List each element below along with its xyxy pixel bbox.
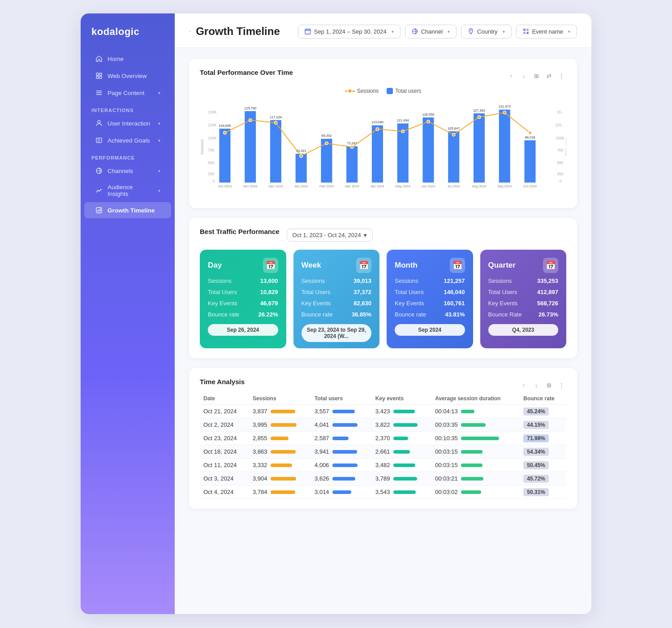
sort-up-icon[interactable]: ↑ xyxy=(506,71,516,81)
week-events: Key Events 82,630 xyxy=(302,300,372,307)
sessions-dot xyxy=(427,120,430,123)
users-legend: Total users xyxy=(387,88,421,94)
sort-up-icon[interactable]: ↑ xyxy=(519,381,529,390)
channel-icon xyxy=(412,28,418,35)
bar-oct23 xyxy=(219,129,230,182)
traffic-card-day: Day 📅 Sessions 13,600 Total Users 10,829 xyxy=(200,250,286,348)
svg-text:Jun 2024: Jun 2024 xyxy=(422,184,435,188)
week-bounce: Bounce rate 36.85% xyxy=(302,311,372,318)
performance-chart: 150K 125K 100K 75K 50K 25K 0 15... 125..… xyxy=(200,98,566,196)
bounce-badge: 54.34% xyxy=(523,448,549,456)
svg-rect-20 xyxy=(305,29,310,34)
traffic-card-week-header: Week 📅 xyxy=(302,258,372,273)
svg-rect-0 xyxy=(96,73,99,75)
sessions-bar xyxy=(271,490,295,494)
col-bounce: Bounce rate xyxy=(520,393,566,405)
quarter-bounce: Bounce Rate 26.73% xyxy=(488,311,559,318)
duration-bar xyxy=(461,477,483,481)
day-users: Total Users 10,829 xyxy=(208,289,278,295)
event-filter-label: Event name xyxy=(532,28,563,35)
svg-text:Sep 2024: Sep 2024 xyxy=(497,184,512,188)
bar-dec23 xyxy=(270,120,281,182)
day-events: Key Events 46,679 xyxy=(208,300,278,307)
chevron-down-icon: ▾ xyxy=(392,29,394,34)
duration-bar xyxy=(461,450,482,454)
date-filter-label: Sep 1, 2024 – Sep 30, 2024 xyxy=(314,28,387,35)
day-sessions-label: Sessions xyxy=(208,277,232,284)
cell-bounce: 44.15% xyxy=(520,418,566,432)
sort-down-icon[interactable]: ↓ xyxy=(519,71,529,81)
cell-bounce: 50.45% xyxy=(520,459,566,472)
svg-text:Jan 2024: Jan 2024 xyxy=(294,184,308,188)
compare-icon[interactable]: ⇄ xyxy=(544,71,554,81)
svg-text:125...: 125... xyxy=(555,123,564,127)
export-icon[interactable]: ⊞ xyxy=(544,381,554,390)
country-filter[interactable]: Country ▾ xyxy=(461,25,512,39)
bar-mar24 xyxy=(346,146,358,182)
sessions-bar xyxy=(271,423,297,427)
channel-filter[interactable]: Channel ▾ xyxy=(405,25,457,39)
cell-users: 3,626 xyxy=(311,472,372,485)
table-row: Oct 18, 2024 3,863 3,941 2,661 00:03:15 … xyxy=(200,445,566,459)
sidebar-item-label: User Interaction xyxy=(108,120,150,127)
cell-events: 3,423 xyxy=(372,405,431,418)
cell-duration: 00:10:35 xyxy=(431,432,520,445)
month-sessions: Sessions 121,257 xyxy=(395,277,465,284)
sort-down-icon[interactable]: ↓ xyxy=(531,381,541,390)
chevron-down-icon: ▾ xyxy=(503,29,505,34)
sessions-dot xyxy=(401,130,405,133)
sessions-dot xyxy=(300,155,303,158)
cell-sessions: 3,995 xyxy=(249,418,311,432)
event-icon xyxy=(523,28,529,35)
users-bar xyxy=(332,477,355,481)
svg-text:50K: 50K xyxy=(208,160,215,165)
traffic-card-month-title: Month xyxy=(395,261,418,270)
section-label-interactions: Interactions xyxy=(81,101,175,115)
traffic-date-range[interactable]: Oct 1, 2023 - Oct 24, 2024 ▾ xyxy=(287,229,373,242)
header-logo-icon xyxy=(189,23,190,39)
month-users: Total Users 146,040 xyxy=(395,289,465,295)
traffic-cards-grid: Day 📅 Sessions 13,600 Total Users 10,829 xyxy=(200,250,566,348)
sidebar-item-label: Audience Insights xyxy=(108,184,154,197)
table-toolbar: ↑ ↓ ⊞ ⋮ xyxy=(519,381,566,390)
day-events-label: Key Events xyxy=(208,300,237,307)
more-icon[interactable]: ⋮ xyxy=(556,71,566,81)
more-icon[interactable]: ⋮ xyxy=(556,381,566,390)
svg-rect-18 xyxy=(190,31,190,32)
cell-events: 2,661 xyxy=(372,445,431,459)
cell-users: 3,014 xyxy=(311,485,372,499)
sidebar-item-achieved-goals[interactable]: Achieved Goals ▾ xyxy=(84,132,171,148)
user-interaction-icon xyxy=(95,119,103,127)
cell-date: Oct 2, 2024 xyxy=(200,418,249,432)
traffic-card-week-title: Week xyxy=(302,261,321,270)
svg-text:Oct 2024: Oct 2024 xyxy=(523,184,537,188)
sessions-bar xyxy=(271,477,296,481)
date-filter[interactable]: Sep 1, 2024 – Sep 30, 2024 ▾ xyxy=(298,25,401,39)
expand-icon[interactable]: ⊞ xyxy=(531,71,541,81)
svg-text:Jul 2024: Jul 2024 xyxy=(448,184,460,188)
svg-text:Aug 2024: Aug 2024 xyxy=(472,184,486,188)
sidebar-item-home[interactable]: Home xyxy=(84,51,171,67)
sidebar-item-web-overview[interactable]: Web Overview xyxy=(84,68,171,84)
svg-text:100K: 100K xyxy=(208,136,217,140)
traffic-card-quarter: Quarter 📅 Sessions 335,253 Total Users 4… xyxy=(480,250,567,348)
sidebar-item-audience-insights[interactable]: Audience Insights ▾ xyxy=(84,180,171,201)
traffic-title: Best Traffic Performance xyxy=(200,228,280,235)
col-sessions: Sessions xyxy=(249,393,311,405)
sessions-dot xyxy=(503,111,506,114)
calendar-icon: 📅 xyxy=(263,258,278,273)
sidebar-item-channels[interactable]: Channels ▾ xyxy=(84,163,171,179)
sessions-dot xyxy=(529,131,532,134)
calendar-icon: 📅 xyxy=(356,258,371,273)
sidebar-item-user-interaction[interactable]: User Interaction ▾ xyxy=(84,115,171,131)
calendar-icon: 📅 xyxy=(543,258,558,273)
svg-text:Dec 2023: Dec 2023 xyxy=(268,184,283,188)
svg-rect-19 xyxy=(190,31,190,32)
sidebar-item-growth-timeline[interactable]: Growth Timeline xyxy=(84,202,171,218)
sidebar-item-page-content[interactable]: Page Content ▾ xyxy=(84,85,171,101)
svg-text:127,382: 127,382 xyxy=(473,108,485,113)
country-filter-label: Country xyxy=(477,28,498,35)
event-filter[interactable]: Event name ▾ xyxy=(516,25,577,39)
svg-text:109,655: 109,655 xyxy=(219,124,231,128)
events-bar xyxy=(393,463,415,467)
